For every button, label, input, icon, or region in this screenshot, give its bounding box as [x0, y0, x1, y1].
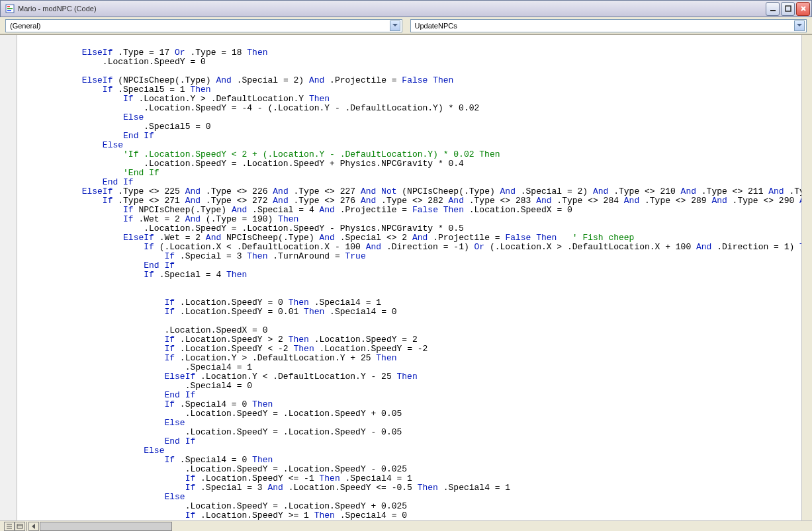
procedure-combobox-value: UpdateNPCs: [415, 22, 457, 30]
object-combobox-value: (General): [10, 22, 40, 30]
full-module-view-button[interactable]: [15, 522, 25, 531]
code-text-area[interactable]: ElseIf .Type = 17 Or .Type = 18 Then .Lo…: [17, 35, 801, 520]
procedure-view-button[interactable]: [4, 522, 15, 531]
svg-rect-5: [786, 6, 791, 11]
svg-rect-2: [7, 8, 13, 9]
close-button[interactable]: [796, 2, 810, 16]
scroll-thumb[interactable]: [40, 522, 172, 531]
window-title: Mario - modNPC (Code): [18, 5, 766, 13]
scroll-left-button[interactable]: [28, 522, 39, 531]
vertical-scrollbar[interactable]: [801, 35, 812, 531]
editor-gutter: [0, 35, 17, 531]
divider: [26, 522, 27, 531]
svg-rect-3: [7, 10, 11, 11]
code-editor: ElseIf .Type = 17 Or .Type = 18 Then .Lo…: [0, 34, 812, 531]
svg-rect-4: [770, 10, 776, 11]
object-combobox[interactable]: (General): [5, 19, 402, 32]
minimize-button[interactable]: [766, 2, 780, 16]
object-proc-selector-row: (General) UpdateNPCs: [0, 17, 812, 34]
window-titlebar[interactable]: Mario - modNPC (Code): [0, 0, 812, 17]
maximize-button[interactable]: [781, 2, 795, 16]
svg-marker-13: [32, 524, 35, 529]
chevron-down-icon[interactable]: [794, 20, 805, 31]
procedure-combobox[interactable]: UpdateNPCs: [410, 19, 807, 32]
chevron-down-icon[interactable]: [390, 20, 400, 31]
svg-rect-11: [17, 524, 23, 528]
svg-rect-1: [7, 6, 10, 7]
app-icon: [5, 3, 15, 14]
horizontal-scrollbar[interactable]: [0, 520, 812, 531]
